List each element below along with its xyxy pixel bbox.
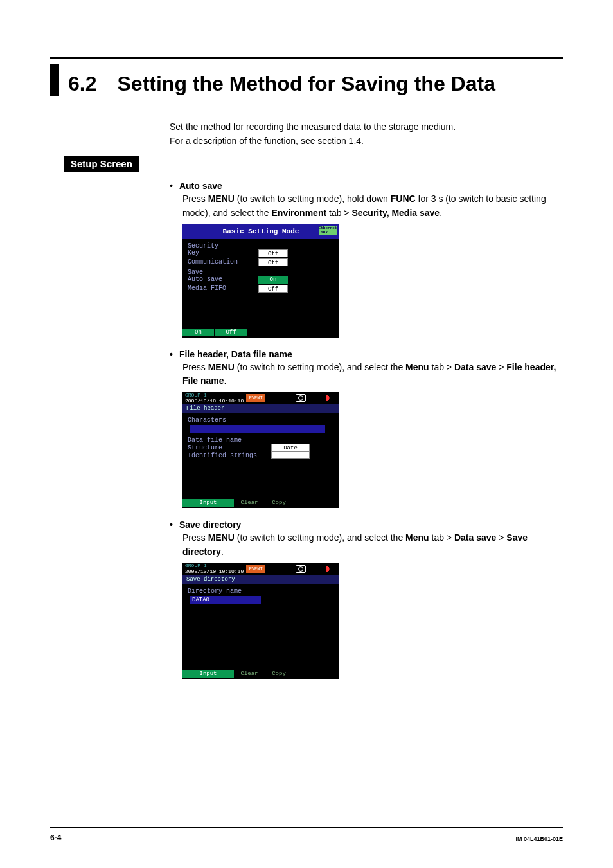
camera-icon xyxy=(296,565,306,573)
characters-input[interactable] xyxy=(190,425,325,433)
directory-name-input[interactable]: DATA0 xyxy=(190,596,261,604)
lbl-directory-name: Directory name xyxy=(188,588,334,595)
intro-text: Set the method for recording the measure… xyxy=(170,120,563,148)
filehdr-body: Press MENU (to switch to setting mode), … xyxy=(182,361,563,388)
lbl-comm: Communication xyxy=(188,258,258,266)
val-mediafifo[interactable]: Off xyxy=(258,285,288,293)
tab-file-header: File header xyxy=(182,404,339,413)
signal-icon xyxy=(326,395,335,401)
ethernet-badge: Ethernet Link xyxy=(319,226,337,235)
filehdr-heading: File header, Data file name xyxy=(179,349,292,359)
softkey-off[interactable]: Off xyxy=(215,329,247,336)
hdr-timestamp: 2005/10/10 10:10:10 xyxy=(185,398,244,404)
camera-icon xyxy=(296,394,306,402)
bullet-icon: • xyxy=(170,520,173,530)
screenshot-title: Basic Setting Mode xyxy=(223,228,299,235)
lbl-structure: Structure xyxy=(188,444,271,451)
screenshot-save-directory: GROUP 1 2005/10/10 10:10:10 EVENT Save d… xyxy=(182,563,339,679)
tab-save-directory: Save directory xyxy=(182,575,339,584)
softkey-on[interactable]: On xyxy=(182,329,214,336)
bullet-icon: • xyxy=(170,349,173,359)
savedir-heading: Save directory xyxy=(179,520,242,530)
screenshot-header: GROUP 1 2005/10/10 10:10:10 EVENT xyxy=(182,392,339,404)
screenshot-topbar: Basic Setting Mode Ethernet Link xyxy=(182,224,339,239)
lbl-idstrings: Identified strings xyxy=(188,452,271,459)
hdr-group: GROUP 1 xyxy=(185,563,244,568)
lbl-autosave: Auto save xyxy=(188,276,258,283)
title-rule xyxy=(50,57,563,59)
section-number: 6.2 xyxy=(68,72,96,96)
intro-line-2: For a description of the function, see s… xyxy=(170,136,364,146)
event-badge: EVENT xyxy=(246,394,265,402)
lbl-key: Key xyxy=(188,249,258,257)
title-marker xyxy=(50,64,59,96)
softkey-input[interactable]: Input xyxy=(182,670,234,678)
setup-screen-label: Setup Screen xyxy=(64,156,139,172)
intro-line-1: Set the method for recording the measure… xyxy=(170,122,456,132)
doc-id: IM 04L41B01-01E xyxy=(515,836,563,842)
screenshot-basic-setting: Basic Setting Mode Ethernet Link Securit… xyxy=(182,224,339,338)
screenshot-header: GROUP 1 2005/10/10 10:10:10 EVENT xyxy=(182,563,339,575)
page-title: 6.2 Setting the Method for Saving the Da… xyxy=(50,64,563,96)
lbl-characters: Characters xyxy=(188,417,334,424)
lbl-mediafifo: Media FIFO xyxy=(188,285,258,292)
lbl-datafilename: Data file name xyxy=(188,437,334,444)
sec-security: Security xyxy=(188,242,334,249)
softkey-input[interactable]: Input xyxy=(182,499,234,507)
savedir-body: Press MENU (to switch to setting mode), … xyxy=(182,531,563,559)
bullet-icon: • xyxy=(170,181,173,191)
hdr-group: GROUP 1 xyxy=(185,393,244,398)
val-key[interactable]: Off xyxy=(258,249,288,257)
val-idstrings[interactable] xyxy=(271,451,310,459)
softkey-copy[interactable]: Copy xyxy=(265,670,293,678)
softkey-clear[interactable]: Clear xyxy=(235,499,263,507)
hdr-timestamp: 2005/10/10 10:10:10 xyxy=(185,568,244,574)
screenshot-file-header: GROUP 1 2005/10/10 10:10:10 EVENT File h… xyxy=(182,392,339,508)
event-badge: EVENT xyxy=(246,565,265,573)
softkey-clear[interactable]: Clear xyxy=(235,670,263,678)
val-comm[interactable]: Off xyxy=(258,258,288,266)
sec-save: Save xyxy=(188,269,334,276)
softkey-copy[interactable]: Copy xyxy=(265,499,293,507)
autosave-heading: Auto save xyxy=(179,181,222,191)
val-autosave[interactable]: On xyxy=(258,276,288,284)
val-structure[interactable]: Date xyxy=(271,444,310,451)
page-number: 6-4 xyxy=(50,833,61,842)
footer-rule xyxy=(50,827,563,828)
autosave-body: Press MENU (to switch to setting mode), … xyxy=(182,192,563,220)
section-heading: Setting the Method for Saving the Data xyxy=(117,72,495,96)
signal-icon xyxy=(326,566,335,572)
